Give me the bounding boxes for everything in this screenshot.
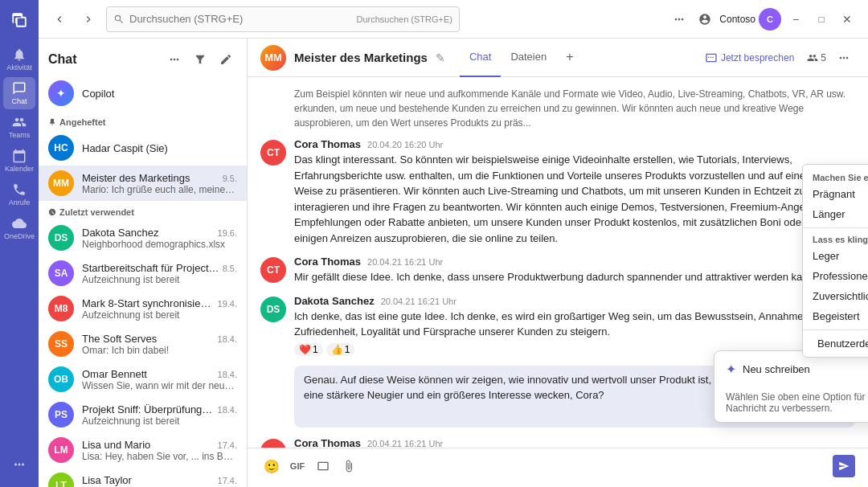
chat-list-actions	[163, 48, 237, 71]
reaction-thumbs[interactable]: 👍1	[326, 343, 355, 356]
sidebar-label-teams: Teams	[9, 131, 31, 139]
sidebar-label-activity: Aktivität	[6, 63, 32, 72]
compose-toolbar: 🙂 GIF	[260, 455, 855, 477]
pinned-section-header: Angeheftet	[39, 111, 247, 130]
chat-item-sniff[interactable]: PS Projekt Sniff: Überprüfung der Start.…	[39, 397, 247, 432]
sidebar-label-calendar: Kalender	[5, 165, 34, 173]
sidebar-item-activity[interactable]: Aktivität	[3, 43, 35, 76]
sidebar-item-calendar[interactable]: Kalender	[3, 145, 35, 177]
chat-item-avalon[interactable]: SA Startbereitschaft für Project Avalon …	[39, 256, 247, 291]
filter-button[interactable]	[189, 48, 211, 71]
tab-add[interactable]: +	[556, 39, 583, 77]
close-button[interactable]: ✕	[836, 8, 858, 31]
chat-item-content-meister: Meister des Marketings 9.5. Mario: Ich g…	[82, 172, 237, 195]
chat-item-lisataylor[interactable]: LT Lisa Taylor 17.4. Sie: Ich arbeite da…	[39, 468, 247, 487]
sidebar-item-teams-app[interactable]	[3, 3, 35, 35]
gif-button[interactable]: GIF	[286, 455, 309, 477]
time-dakota-msg: 20.04.21 16:21 Uhr	[381, 297, 457, 306]
chat-item-meister[interactable]: MM Meister des Marketings 9.5. Mario: Ic…	[39, 166, 247, 201]
minimize-button[interactable]: −	[784, 8, 807, 31]
forward-button[interactable]	[77, 8, 100, 31]
machen-begeistert[interactable]: Begeistert	[803, 306, 868, 326]
search-input[interactable]	[129, 13, 351, 25]
compose-right	[833, 455, 855, 477]
machen-langer[interactable]: Länger	[803, 204, 868, 224]
emoji-button[interactable]: 🙂	[260, 455, 283, 477]
back-button[interactable]	[48, 8, 71, 31]
tab-dateien[interactable]: Dateien	[501, 39, 556, 77]
preview-sniff: Aufzeichnung ist bereit	[82, 415, 237, 427]
time-cora3: 20.04.21 16:21 Uhr	[367, 439, 443, 448]
sidebar-item-calls[interactable]: Anrufe	[3, 178, 35, 211]
chat-avatar-hadar: HC	[48, 135, 74, 161]
search-icon	[113, 14, 125, 25]
tab-chat[interactable]: Chat	[460, 39, 501, 77]
message-dakota: DS Dakota Sanchez 20.04.21 16:21 Uhr Ich…	[260, 295, 855, 356]
avatar-dakota: DS	[48, 225, 74, 251]
machen-leger[interactable]: Leger	[803, 246, 868, 266]
chat-header-tabs: Chat Dateien +	[460, 39, 583, 77]
machen-benutzerdefiniert[interactable]: Benutzerdefiniert	[803, 334, 868, 354]
chat-item-lisamario[interactable]: LM Lisa und Mario 17.4. Lisa: Hey, haben…	[39, 432, 247, 468]
name-dakota: Dakota Sanchez	[82, 227, 158, 239]
new-chat-button[interactable]	[215, 48, 237, 71]
sidebar-item-chat[interactable]: Chat	[3, 77, 35, 109]
avatar-cora3: CT	[260, 439, 286, 448]
user-avatar[interactable]: C	[759, 8, 781, 31]
time-lisamario: 17.4.	[218, 440, 237, 450]
name-lisataylor: Lisa Taylor	[82, 474, 132, 486]
machen-professionell[interactable]: Professionell	[803, 266, 868, 286]
chat-list-title: Chat	[48, 52, 77, 67]
main-content: MM Meister des Marketings ✎ Chat Dateien…	[248, 39, 868, 487]
message-cora3: CT Cora Thomas 20.04.21 16:21 Uhr Ich de…	[260, 437, 855, 448]
machen-section2-label: Lass es klingen	[803, 231, 868, 246]
copilot-entry[interactable]: ✦ Copilot	[39, 76, 247, 111]
meet-button[interactable]: Jetzt besprechen	[698, 47, 800, 69]
text-dakota: Ich denke, das ist eine gute Idee. Ich d…	[294, 309, 855, 340]
send-button[interactable]	[833, 455, 855, 477]
machen-pragnant[interactable]: Prägnant	[803, 184, 868, 204]
top-bar-actions: Contoso C − □ ✕	[668, 8, 858, 31]
chat-item-name-meister: Meister des Marketings	[82, 172, 190, 184]
reaction-heart[interactable]: ❤️1	[294, 343, 323, 356]
search-bar[interactable]: Durchsuchen (STRG+E)	[106, 6, 460, 32]
name-mark8: Mark 8-Start synchronisieren	[82, 297, 215, 309]
preview-softserves: Omar: Ich bin dabei!	[82, 345, 237, 356]
compose-bar: 🙂 GIF	[248, 448, 868, 487]
recent-section-header: Zuletzt verwendet	[39, 201, 247, 220]
chat-item-dakota[interactable]: DS Dakota Sanchez 19.6. Neighborhood dem…	[39, 220, 247, 256]
time-softserves: 18.4.	[218, 334, 237, 344]
top-bar: Durchsuchen (STRG+E) Contoso C − □ ✕	[39, 0, 868, 39]
meet-label: Jetzt besprechen	[721, 52, 794, 63]
avatar-cora: CT	[260, 140, 286, 166]
avatar-sniff: PS	[48, 402, 74, 428]
chat-item-softserves[interactable]: SS The Soft Serves 18.4. Omar: Ich bin d…	[39, 326, 247, 362]
message-cora2: CT Cora Thomas 20.04.21 16:21 Uhr Mir ge…	[260, 256, 855, 285]
time-mark8: 19.4.	[218, 299, 237, 309]
chat-header-name: Meister des Marketings	[294, 51, 428, 64]
chat-item-time-meister: 9.5.	[223, 174, 237, 183]
sticker-button[interactable]	[312, 455, 334, 477]
chat-item-omar[interactable]: OB Omar Bennett 18.4. Wissen Sie, wann w…	[39, 362, 247, 397]
chat-more-button[interactable]	[163, 48, 186, 71]
message-cora1: CT Cora Thomas 20.04.20 16:20 Uhr Das kl…	[260, 138, 855, 246]
sidebar-item-more[interactable]	[3, 448, 35, 481]
sidebar-item-teams[interactable]: Teams	[3, 111, 35, 143]
more-options-button[interactable]	[668, 8, 690, 31]
machen-zuversichtlich[interactable]: Zuversichtlich	[803, 286, 868, 306]
custom-label: Benutzerdefiniert	[817, 338, 868, 350]
edit-icon[interactable]: ✎	[436, 51, 445, 64]
sidebar-item-onedrive[interactable]: OneDrive	[3, 212, 35, 244]
settings-button[interactable]	[694, 8, 716, 31]
chat-item-hadar[interactable]: HC Hadar Caspit (Sie)	[39, 130, 247, 166]
attach-button[interactable]	[338, 455, 360, 477]
chat-item-mark8[interactable]: M8 Mark 8-Start synchronisieren 19.4. Au…	[39, 291, 247, 326]
msg-top-partial: Zum Beispiel könnten wir neue und aufkom…	[260, 87, 855, 130]
restore-button[interactable]: □	[810, 8, 833, 31]
chat-options-button[interactable]	[833, 47, 855, 69]
sender-cora2: Cora Thomas	[294, 256, 361, 268]
messages-area[interactable]: Zum Beispiel könnten wir neue und aufkom…	[248, 77, 868, 448]
participants-badge: 5	[807, 52, 826, 63]
chat-item-preview-meister: Mario: Ich grüße euch alle, meine Teamko…	[82, 184, 237, 195]
avatar-lisamario: LM	[48, 437, 74, 463]
